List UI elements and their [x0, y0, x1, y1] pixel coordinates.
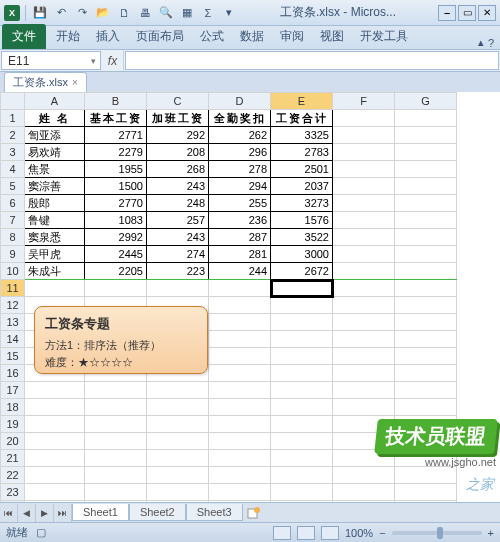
cell[interactable]: [333, 229, 395, 246]
sheet-next-icon[interactable]: ▶: [36, 504, 54, 522]
cell[interactable]: [395, 246, 457, 263]
tab-review[interactable]: 审阅: [272, 24, 312, 49]
cell[interactable]: [395, 280, 457, 297]
cell[interactable]: [395, 161, 457, 178]
cell[interactable]: 全勤奖扣: [209, 110, 271, 127]
cell[interactable]: [395, 212, 457, 229]
add-sheet-icon[interactable]: [243, 507, 265, 519]
cell[interactable]: 加班工资: [147, 110, 209, 127]
cell[interactable]: 278: [209, 161, 271, 178]
cell[interactable]: [271, 365, 333, 382]
cell[interactable]: [395, 229, 457, 246]
cell[interactable]: [271, 399, 333, 416]
cell[interactable]: [395, 178, 457, 195]
cell[interactable]: [395, 127, 457, 144]
workbook-close-icon[interactable]: ×: [72, 77, 78, 88]
cell[interactable]: [209, 280, 271, 297]
cell[interactable]: 236: [209, 212, 271, 229]
cell[interactable]: [271, 348, 333, 365]
row-header[interactable]: 2: [1, 127, 25, 144]
cell[interactable]: 223: [147, 263, 209, 280]
cell[interactable]: 工资合计: [271, 110, 333, 127]
cell[interactable]: 262: [209, 127, 271, 144]
cell[interactable]: [395, 297, 457, 314]
row-header[interactable]: 13: [1, 314, 25, 331]
cell[interactable]: 1083: [85, 212, 147, 229]
view-normal-icon[interactable]: [273, 526, 291, 540]
cell[interactable]: [209, 450, 271, 467]
row-header[interactable]: 21: [1, 450, 25, 467]
cell[interactable]: [395, 450, 457, 467]
cell[interactable]: 窦泉悉: [25, 229, 85, 246]
sheet-first-icon[interactable]: ⏮: [0, 504, 18, 522]
cell[interactable]: [333, 348, 395, 365]
cell[interactable]: [395, 433, 457, 450]
cell[interactable]: [271, 467, 333, 484]
cell[interactable]: 255: [209, 195, 271, 212]
sheet-last-icon[interactable]: ⏭: [54, 504, 72, 522]
cell[interactable]: [25, 382, 85, 399]
cell[interactable]: [271, 331, 333, 348]
cell[interactable]: 1500: [85, 178, 147, 195]
cell[interactable]: 易欢靖: [25, 144, 85, 161]
tab-dev[interactable]: 开发工具: [352, 24, 416, 49]
cell[interactable]: 3522: [271, 229, 333, 246]
cell[interactable]: [25, 416, 85, 433]
help-icon[interactable]: ?: [488, 37, 494, 49]
cell[interactable]: [147, 382, 209, 399]
macro-record-icon[interactable]: ▢: [36, 526, 46, 539]
cell[interactable]: [333, 433, 395, 450]
col-header-A[interactable]: A: [25, 93, 85, 110]
row-header[interactable]: 12: [1, 297, 25, 314]
cell[interactable]: [25, 450, 85, 467]
cell[interactable]: [85, 399, 147, 416]
cell[interactable]: 244: [209, 263, 271, 280]
name-box[interactable]: E11: [1, 51, 101, 70]
cell[interactable]: 1576: [271, 212, 333, 229]
col-header-D[interactable]: D: [209, 93, 271, 110]
redo-icon[interactable]: ↷: [73, 4, 91, 22]
cell[interactable]: [271, 484, 333, 501]
cell[interactable]: [395, 263, 457, 280]
cell[interactable]: [395, 484, 457, 501]
app-icon[interactable]: X: [4, 5, 20, 21]
cell[interactable]: [85, 484, 147, 501]
cell[interactable]: [271, 297, 333, 314]
cell[interactable]: 2501: [271, 161, 333, 178]
cell[interactable]: 3000: [271, 246, 333, 263]
col-header-F[interactable]: F: [333, 93, 395, 110]
tab-data[interactable]: 数据: [232, 24, 272, 49]
cell[interactable]: [333, 382, 395, 399]
row-header[interactable]: 16: [1, 365, 25, 382]
row-header[interactable]: 1: [1, 110, 25, 127]
cell[interactable]: [395, 382, 457, 399]
cell[interactable]: 2672: [271, 263, 333, 280]
sheet-prev-icon[interactable]: ◀: [18, 504, 36, 522]
preview-icon[interactable]: 🔍: [157, 4, 175, 22]
cell[interactable]: [147, 450, 209, 467]
cell[interactable]: [25, 433, 85, 450]
cell[interactable]: 292: [147, 127, 209, 144]
cell[interactable]: [271, 280, 333, 297]
zoom-in-icon[interactable]: +: [488, 527, 494, 539]
tab-insert[interactable]: 插入: [88, 24, 128, 49]
maximize-button[interactable]: ▭: [458, 5, 476, 21]
row-header[interactable]: 4: [1, 161, 25, 178]
row-header[interactable]: 23: [1, 484, 25, 501]
cell[interactable]: [333, 450, 395, 467]
cell[interactable]: [333, 297, 395, 314]
tab-file[interactable]: 文件: [2, 24, 46, 49]
cell[interactable]: 焦景: [25, 161, 85, 178]
cell[interactable]: [333, 314, 395, 331]
cell[interactable]: 吴甲虎: [25, 246, 85, 263]
cell[interactable]: [85, 433, 147, 450]
row-header[interactable]: 20: [1, 433, 25, 450]
cell[interactable]: 281: [209, 246, 271, 263]
cell[interactable]: [271, 382, 333, 399]
cell[interactable]: [209, 297, 271, 314]
cell[interactable]: [85, 467, 147, 484]
cell[interactable]: [395, 331, 457, 348]
cell[interactable]: 287: [209, 229, 271, 246]
row-header[interactable]: 14: [1, 331, 25, 348]
sheet-tab[interactable]: Sheet3: [186, 504, 243, 521]
